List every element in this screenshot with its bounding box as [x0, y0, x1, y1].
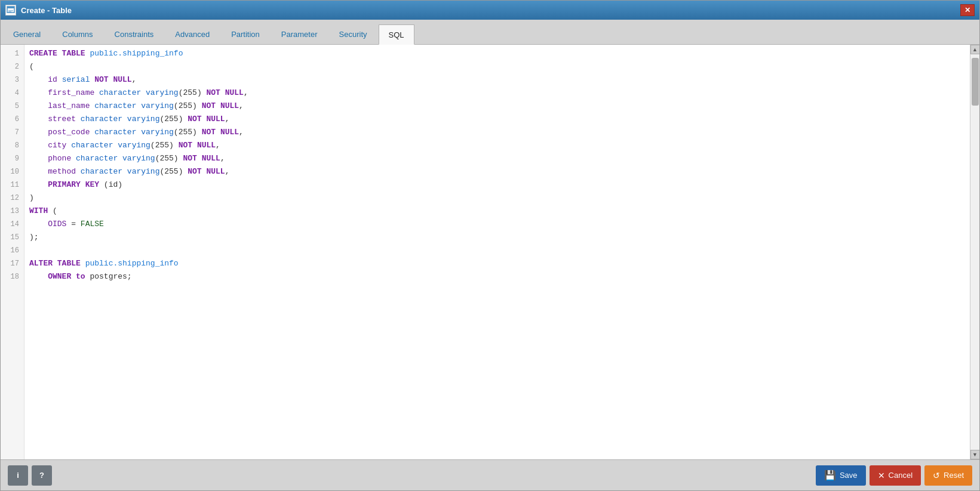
main-window: Create - Table ✕ General Columns Constra…: [0, 0, 980, 491]
save-button[interactable]: 💾 Save: [816, 465, 866, 486]
code-line-17: ALTER TABLE public.shipping_info: [29, 257, 965, 270]
code-line-5: last_name character varying(255) NOT NUL…: [29, 100, 965, 113]
footer: i ? 💾 Save ✕ Cancel ↺ Reset: [1, 459, 979, 490]
code-line-2: (: [29, 60, 965, 73]
cancel-icon: ✕: [878, 471, 885, 480]
info-button[interactable]: i: [8, 465, 28, 486]
reset-label: Reset: [944, 471, 964, 480]
line-numbers: 1 2 3 4 5 6 7 8 9 10 11 12 13 14 15 16 1…: [1, 45, 24, 459]
scrollbar-vertical[interactable]: ▲ ▼: [970, 45, 979, 459]
sql-code[interactable]: CREATE TABLE public.shipping_info ( id s…: [24, 45, 970, 459]
window-title: Create - Table: [21, 6, 960, 15]
save-icon: 💾: [824, 470, 836, 481]
code-line-11: PRIMARY KEY (id): [29, 178, 965, 192]
code-line-13: WITH (: [29, 205, 965, 218]
code-editor[interactable]: 1 2 3 4 5 6 7 8 9 10 11 12 13 14 15 16 1…: [1, 45, 970, 459]
cancel-button[interactable]: ✕ Cancel: [870, 465, 921, 486]
code-line-3: id serial NOT NULL,: [29, 73, 965, 87]
close-button[interactable]: ✕: [960, 4, 975, 16]
code-line-16: [29, 244, 965, 257]
tabs-bar: General Columns Constraints Advanced Par…: [1, 20, 979, 45]
help-button[interactable]: ?: [32, 465, 52, 486]
code-line-8: city character varying(255) NOT NULL,: [29, 139, 965, 152]
code-line-6: street character varying(255) NOT NULL,: [29, 113, 965, 126]
reset-button[interactable]: ↺ Reset: [924, 465, 972, 486]
footer-left-buttons: i ?: [8, 465, 52, 486]
svg-rect-1: [7, 7, 14, 8]
tab-columns[interactable]: Columns: [52, 24, 103, 44]
reset-icon: ↺: [933, 471, 940, 480]
code-line-9: phone character varying(255) NOT NULL,: [29, 152, 965, 165]
code-line-18: OWNER to postgres;: [29, 270, 965, 283]
scroll-down-arrow[interactable]: ▼: [970, 450, 980, 459]
cancel-label: Cancel: [889, 471, 913, 480]
tab-sql[interactable]: SQL: [379, 24, 414, 45]
code-line-10: method character varying(255) NOT NULL,: [29, 165, 965, 178]
code-line-12: ): [29, 192, 965, 205]
content-area: 1 2 3 4 5 6 7 8 9 10 11 12 13 14 15 16 1…: [1, 45, 979, 459]
footer-right-buttons: 💾 Save ✕ Cancel ↺ Reset: [816, 465, 972, 486]
code-line-15: );: [29, 231, 965, 244]
code-line-14: OIDS = FALSE: [29, 218, 965, 231]
tab-general[interactable]: General: [3, 24, 51, 44]
code-line-7: post_code character varying(255) NOT NUL…: [29, 126, 965, 139]
save-label: Save: [840, 471, 858, 480]
window-icon: [5, 5, 16, 16]
tab-parameter[interactable]: Parameter: [271, 24, 328, 44]
scroll-thumb[interactable]: [972, 58, 979, 106]
tab-security[interactable]: Security: [329, 24, 377, 44]
scroll-up-arrow[interactable]: ▲: [970, 45, 980, 54]
tab-advanced[interactable]: Advanced: [165, 24, 220, 44]
code-line-4: first_name character varying(255) NOT NU…: [29, 87, 965, 100]
code-line-1: CREATE TABLE public.shipping_info: [29, 47, 965, 60]
tab-constraints[interactable]: Constraints: [105, 24, 164, 44]
title-bar: Create - Table ✕: [1, 1, 979, 20]
tab-partition[interactable]: Partition: [221, 24, 270, 44]
